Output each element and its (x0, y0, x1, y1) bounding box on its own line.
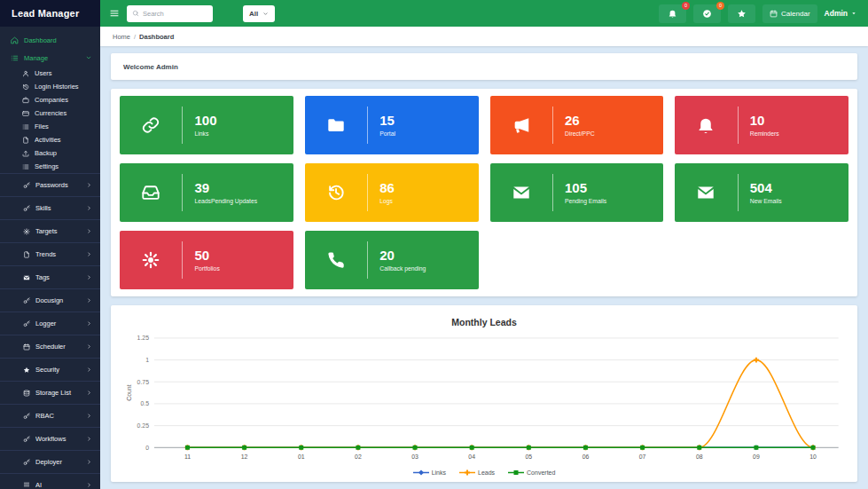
sidebar-item-ai[interactable]: AI (0, 473, 100, 489)
chevron-right-icon (86, 320, 92, 327)
sidebar-item-skills[interactable]: Skills (0, 196, 100, 219)
tasks-button[interactable]: 0 (693, 4, 721, 23)
sidebar-item-tags[interactable]: Tags (0, 265, 100, 288)
stat-value: 504 (750, 181, 782, 196)
sidebar-item-activities[interactable]: Activities (0, 133, 100, 146)
stat-card-leadspending-updates[interactable]: 39LeadsPending Updates (120, 163, 293, 222)
sidebar-item-dashboard[interactable]: Dashboard (0, 31, 100, 49)
search-input[interactable] (143, 10, 207, 18)
sidebar-item-docusign[interactable]: Docusign (0, 288, 100, 312)
caret-down-icon (850, 10, 857, 17)
calendar-icon (23, 343, 30, 351)
stat-card-direct-ppc[interactable]: 26Direct/PPC (490, 96, 664, 154)
svg-text:06: 06 (583, 454, 590, 460)
svg-text:0: 0 (145, 445, 149, 451)
main-column: All 0 0 Calendar Admin (100, 0, 868, 489)
sidebar-item-login-histories[interactable]: Login Histories (0, 80, 100, 93)
sidebar-item-storage-list[interactable]: Storage List (0, 381, 100, 404)
stat-value: 86 (379, 181, 395, 196)
sidebar-item-passwords[interactable]: Passwords (0, 173, 100, 196)
sidebar-item-backup[interactable]: Backup (0, 146, 100, 160)
stat-value: 10 (750, 114, 779, 129)
stat-card-new-emails[interactable]: 504New Emails (675, 163, 848, 222)
legend-marker-icon (413, 469, 429, 477)
home-icon (11, 36, 19, 44)
menu-icon (23, 481, 30, 488)
gear-icon (141, 250, 160, 270)
stat-card-callback-pending[interactable]: 20Callback pending (305, 231, 479, 289)
breadcrumb: Home / Dashboard (100, 27, 868, 46)
svg-text:1: 1 (145, 357, 149, 363)
star-icon (737, 9, 747, 19)
list-icon (11, 54, 19, 62)
mail-icon (23, 274, 30, 281)
sidebar-item-currencies[interactable]: Currencies (0, 106, 100, 120)
sidebar-item-settings[interactable]: Settings (0, 160, 100, 173)
history-icon (326, 183, 346, 202)
legend-marker-icon (508, 469, 524, 477)
stat-card-portal[interactable]: 15Portal (305, 96, 479, 154)
monthly-leads-chart: 00.250.50.7511.2511120102030405060708091… (120, 334, 848, 467)
stat-value: 26 (565, 114, 595, 129)
history-icon (22, 83, 29, 91)
svg-text:07: 07 (639, 454, 646, 460)
notifications-button[interactable]: 0 (659, 4, 686, 23)
stat-label: Reminders (750, 130, 779, 137)
filter-select[interactable]: All (243, 5, 275, 22)
key-icon (23, 320, 30, 327)
bell-icon (696, 115, 716, 135)
notifications-badge: 0 (682, 2, 690, 10)
key-icon (23, 436, 30, 443)
stat-card-pending-emails[interactable]: 105Pending Emails (490, 163, 664, 222)
briefcase-icon (22, 97, 29, 104)
sidebar-item-targets[interactable]: Targets (0, 219, 100, 242)
key-icon (23, 205, 30, 212)
chart-panel: Monthly Leads 00.250.50.7511.25111201020… (111, 305, 857, 482)
chevron-right-icon (86, 297, 92, 304)
favorites-button[interactable] (728, 4, 755, 23)
svg-text:08: 08 (696, 454, 703, 460)
chevron-right-icon (86, 251, 92, 257)
sidebar-item-users[interactable]: Users (0, 67, 100, 80)
chevron-down-icon (85, 54, 92, 61)
hamburger-icon (109, 8, 120, 19)
inbox-icon (141, 183, 160, 202)
stat-card-logs[interactable]: 86Logs (305, 163, 479, 222)
sidebar-item-scheduler[interactable]: Scheduler (0, 335, 100, 358)
tasks-badge: 0 (716, 2, 724, 10)
calendar-button[interactable]: Calendar (762, 4, 817, 23)
sidebar-submenu: UsersLogin HistoriesCompaniesCurrenciesF… (0, 67, 100, 173)
breadcrumb-home-link[interactable]: Home (113, 33, 130, 41)
sidebar-item-manage[interactable]: Manage (0, 49, 100, 67)
sidebar-item-files[interactable]: Files (0, 120, 100, 133)
stat-card-links[interactable]: 100Links (120, 96, 293, 154)
stat-card-reminders[interactable]: 10Reminders (675, 96, 848, 154)
sidebar-item-trends[interactable]: Trends (0, 242, 100, 265)
caret-down-icon (850, 10, 857, 17)
svg-text:10: 10 (809, 454, 817, 460)
sidebar-item-deployer[interactable]: Deployer (0, 450, 100, 473)
sidebar-item-rbac[interactable]: RBAC (0, 404, 100, 427)
welcome-text: Welcome Admin (123, 63, 178, 71)
phone-icon (326, 250, 346, 270)
svg-text:Count: Count (126, 384, 132, 400)
search-box (127, 5, 213, 22)
calendar-icon (770, 10, 778, 18)
stat-card-portfolios[interactable]: 50Portfolios (120, 231, 293, 289)
mail-icon (696, 183, 716, 202)
sidebar-item-security[interactable]: Security (0, 358, 100, 381)
key-icon (23, 413, 30, 420)
chevron-right-icon (86, 274, 92, 280)
chevron-right-icon (86, 413, 92, 419)
admin-menu[interactable]: Admin (825, 9, 857, 18)
sidebar-toggle-button[interactable] (109, 8, 120, 19)
sidebar-item-companies[interactable]: Companies (0, 93, 100, 106)
check-circle-icon (702, 9, 712, 19)
sidebar-item-logger[interactable]: Logger (0, 312, 100, 335)
key-icon (23, 297, 30, 304)
sidebar-nav: DashboardManageUsersLogin HistoriesCompa… (0, 27, 100, 489)
key-icon (23, 182, 30, 189)
svg-text:01: 01 (298, 454, 305, 460)
sidebar-item-workflows[interactable]: Workflows (0, 427, 100, 450)
gear-icon (23, 228, 30, 235)
